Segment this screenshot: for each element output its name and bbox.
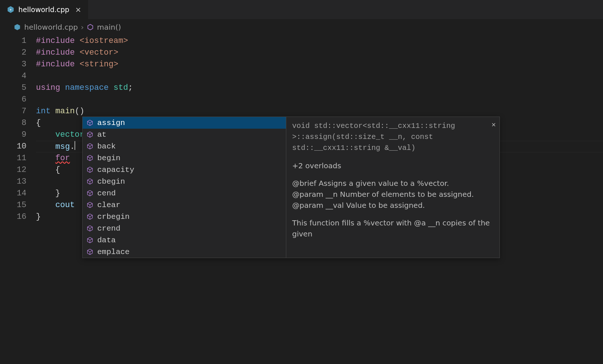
line-number: 2 <box>0 47 26 59</box>
line-number: 1 <box>0 35 26 47</box>
method-icon <box>86 213 94 220</box>
method-icon <box>86 225 94 232</box>
text-cursor <box>75 141 75 150</box>
line-number: 9 <box>0 129 26 141</box>
suggestion-item[interactable]: crend <box>83 223 286 234</box>
doc-signature: void std::vector<std::__cxx11::string >:… <box>292 121 494 154</box>
line-number: 5 <box>0 82 26 94</box>
method-icon <box>87 23 94 31</box>
line-number: 11 <box>0 152 26 164</box>
suggestion-label: emplace <box>97 248 130 256</box>
line-number: 14 <box>0 188 26 199</box>
intellisense-popup[interactable]: assignatbackbegincapacitycbegincendclear… <box>82 117 500 258</box>
method-icon <box>86 119 94 126</box>
method-icon <box>86 178 94 185</box>
suggestion-label: clear <box>97 201 120 209</box>
line-number: 8 <box>0 117 26 129</box>
suggestion-label: assign <box>97 119 125 127</box>
cpp-file-icon <box>13 23 21 31</box>
method-icon <box>86 131 94 138</box>
line-number: 10 <box>0 141 26 152</box>
line-number: 15 <box>0 199 26 211</box>
suggestion-item[interactable]: begin <box>83 152 286 164</box>
suggestion-label: cend <box>97 189 116 198</box>
method-icon <box>86 154 94 162</box>
breadcrumb[interactable]: helloworld.cpp › main() <box>0 19 603 35</box>
suggestion-list[interactable]: assignatbackbegincapacitycbegincendclear… <box>83 117 286 258</box>
suggestion-item[interactable]: data <box>83 234 286 246</box>
cpp-file-icon: + <box>7 5 15 14</box>
suggestion-label: capacity <box>97 166 134 174</box>
doc-overloads: +2 overloads <box>292 160 494 171</box>
suggestion-item[interactable]: at <box>83 129 286 140</box>
line-number: 4 <box>0 70 26 82</box>
suggestion-label: cbegin <box>97 177 125 186</box>
tab-helloworld[interactable]: + helloworld.cpp × <box>0 0 88 19</box>
suggestion-label: at <box>97 130 106 139</box>
suggestion-label: begin <box>97 154 120 162</box>
method-icon <box>86 248 94 255</box>
doc-description: This function fills a %vector with @a __… <box>292 217 494 239</box>
line-number: 3 <box>0 59 26 70</box>
suggestion-item[interactable]: cend <box>83 187 286 199</box>
suggestion-item[interactable]: capacity <box>83 164 286 176</box>
suggestion-item[interactable]: clear <box>83 199 286 211</box>
method-icon <box>86 236 94 244</box>
close-icon[interactable]: × <box>75 6 81 13</box>
suggestion-item[interactable]: cbegin <box>83 176 286 187</box>
doc-param2: @param __val Value to be assigned. <box>292 201 425 210</box>
tab-filename: helloworld.cpp <box>18 5 69 14</box>
suggestion-label: crbegin <box>97 213 130 221</box>
suggestion-item[interactable]: emplace <box>83 246 286 258</box>
close-icon[interactable]: × <box>491 119 496 130</box>
suggestion-label: crend <box>97 224 120 233</box>
line-number-gutter: 12345678910111213141516 <box>0 35 36 223</box>
line-number: 12 <box>0 164 26 176</box>
method-icon <box>86 190 94 197</box>
breadcrumb-file[interactable]: helloworld.cpp <box>24 23 78 32</box>
chevron-right-icon: › <box>81 23 84 32</box>
suggestion-label: data <box>97 236 116 244</box>
line-number: 6 <box>0 94 26 106</box>
suggestion-label: back <box>97 142 116 151</box>
doc-brief: @brief Assigns a given value to a %vecto… <box>292 179 449 188</box>
breadcrumb-symbol[interactable]: main() <box>97 23 121 32</box>
method-icon <box>86 201 94 209</box>
svg-text:+: + <box>10 8 11 12</box>
method-icon <box>86 143 94 150</box>
method-icon <box>86 166 94 173</box>
line-number: 16 <box>0 211 26 223</box>
suggestion-item[interactable]: back <box>83 140 286 152</box>
line-number: 13 <box>0 176 26 188</box>
doc-param1: @param __n Number of elements to be assi… <box>292 190 474 199</box>
suggestion-documentation: × void std::vector<std::__cxx11::string … <box>286 117 500 258</box>
suggestion-item[interactable]: assign <box>83 117 286 129</box>
line-number: 7 <box>0 106 26 117</box>
tab-bar: + helloworld.cpp × <box>0 0 603 19</box>
suggestion-item[interactable]: crbegin <box>83 211 286 223</box>
